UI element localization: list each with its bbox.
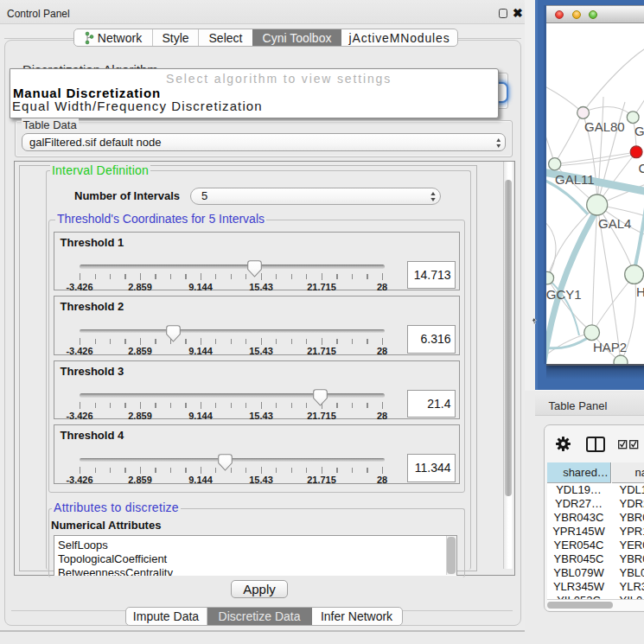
svg-text:GAL80: GAL80 bbox=[584, 119, 625, 134]
svg-text:GAL4: GAL4 bbox=[598, 216, 631, 231]
svg-text:HAP2: HAP2 bbox=[593, 340, 627, 354]
svg-text:GCY1: GCY1 bbox=[546, 287, 582, 302]
svg-text:H: H bbox=[636, 284, 644, 299]
svg-text:G.: G. bbox=[634, 124, 644, 138]
svg-text:GAL11: GAL11 bbox=[555, 172, 595, 187]
svg-text:C: C bbox=[639, 161, 644, 175]
